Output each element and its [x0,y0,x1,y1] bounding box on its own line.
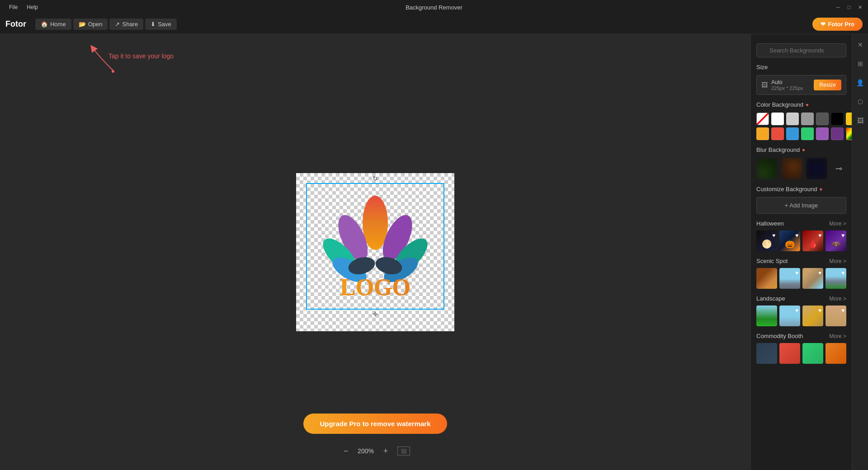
fav-icon-1: ♥ [772,232,775,239]
close-panel-icon[interactable]: ✕ [854,39,866,51]
fav-icon-s3: ♥ [818,270,821,276]
halloween-title: Halloween [756,220,784,227]
landscape-thumb-3[interactable]: ♥ [802,306,823,326]
size-header: Size [756,64,846,70]
color-swatch-transparent[interactable] [756,113,769,125]
size-box: 🖼 Auto 225px * 225px Resize [756,75,846,95]
color-swatch-white[interactable] [771,113,784,125]
commodity-more[interactable]: More > [829,333,846,339]
blur-thumb-3[interactable] [806,158,827,179]
zoom-in-button[interactable]: + [380,446,391,456]
person-icon[interactable]: 👤 [854,77,866,89]
customize-bg-header: Customize Background ♥ [756,186,846,193]
halloween-thumb-1[interactable]: 🌕 ♥ [756,230,777,251]
logo-svg: LOGO [310,187,441,309]
landscape-grid: ♥ ♥ ♥ [756,306,846,326]
color-swatch-gray[interactable] [801,113,814,125]
search-input[interactable] [756,43,846,57]
save-icon: ⬇ [151,21,156,28]
zoom-out-button[interactable]: − [340,446,351,456]
blur-grid: ⊸ [756,158,846,179]
scenic-more[interactable]: More > [829,258,846,264]
fav-icon-2: ♥ [795,232,798,239]
fav-icon-s4: ♥ [841,270,844,276]
fotor-pro-button[interactable]: ❤ Fotor Pro [812,18,863,31]
compare-button[interactable]: ⬛ [397,446,410,456]
color-bg-header: Color Background ♥ [756,101,846,108]
landscape-more[interactable]: More > [829,296,846,302]
canvas-container: LOGO ↻ ✛ [296,173,454,331]
window-title: Background Remover [406,4,462,11]
compare-icon: ⬛ [401,449,406,454]
scenic-thumb-4[interactable]: ♥ [826,268,846,289]
close-button[interactable]: ✕ [856,4,863,11]
share-button[interactable]: ↗ Share [109,19,143,30]
size-dims: 225px * 225px [771,85,803,91]
home-button[interactable]: 🏠 Home [35,19,71,30]
titlebar-menu-group: File Help [5,4,42,10]
main-layout: Tap it to save your logo [0,34,868,470]
color-bg-heart: ♥ [806,102,809,108]
zoom-level-display: 200% [358,447,374,455]
home-icon: 🏠 [41,21,48,28]
fav-icon-l2: ♥ [795,307,798,314]
open-button[interactable]: 📂 Open [73,19,108,30]
halloween-thumb-2[interactable]: 🎃 ♥ [779,230,800,251]
resize-button[interactable]: Resize [814,80,841,90]
annotation: Tap it to save your logo [95,48,174,60]
size-label: Size [756,64,768,70]
commodity-header: Commodity Booth More > [756,333,846,339]
maximize-button[interactable]: □ [845,4,853,11]
color-swatch-purple[interactable] [816,127,829,140]
scenic-thumb-2[interactable]: ♥ [779,268,800,289]
annotation-text: Tap it to save your logo [108,52,174,60]
color-swatch-black[interactable] [831,113,844,125]
color-swatch-orange[interactable] [756,127,769,140]
panel-content: 🔍 Size 🖼 Auto 225px * 225px Resize [751,39,868,375]
image-adjust-icon[interactable]: 🖼 [854,115,866,127]
customize-bg-heart: ♥ [819,187,822,192]
landscape-thumb-2[interactable]: ♥ [779,306,800,326]
minimize-button[interactable]: ─ [835,4,842,11]
blur-bg-label: Blur Background [756,146,800,153]
grid-icon[interactable]: ⊞ [854,58,866,70]
color-swatch-green[interactable] [801,127,814,140]
blur-thumb-2[interactable] [781,158,802,179]
scenic-thumb-1[interactable] [756,268,777,289]
color-swatch-blue[interactable] [786,127,799,140]
commodity-thumb-3[interactable] [802,343,823,364]
menu-help[interactable]: Help [22,4,42,10]
halloween-thumb-3[interactable]: 🩸 ♥ [802,230,823,251]
blur-slider-button[interactable]: ⊸ [831,160,846,178]
annotation-arrow-svg [86,43,122,80]
blur-thumb-1[interactable] [756,158,778,179]
scenic-thumb-3[interactable]: ♥ [802,268,823,289]
halloween-grid: 🌕 ♥ 🎃 ♥ 🩸 ♥ [756,230,846,251]
commodity-thumb-2[interactable] [779,343,800,364]
color-swatch-lightgray[interactable] [786,113,799,125]
halloween-more[interactable]: More > [829,221,846,227]
color-swatch-red[interactable] [771,127,784,140]
blur-bg-heart: ♥ [802,147,805,153]
shapes-icon[interactable]: ⬡ [854,96,866,108]
save-button[interactable]: ⬇ Save [145,19,177,30]
commodity-thumb-1[interactable] [756,343,777,364]
share-icon: ↗ [115,21,120,28]
color-swatch-darkgray[interactable] [816,113,829,125]
landscape-title: Landscape [756,295,785,302]
commodity-thumb-4[interactable] [826,343,846,364]
svg-text:LOGO: LOGO [340,274,410,300]
scenic-grid: ♥ ♥ ♥ [756,268,846,289]
halloween-thumb-4[interactable]: 🦇 ♥ [826,230,846,251]
landscape-thumb-4[interactable]: ♥ [826,306,846,326]
open-icon: 📂 [79,21,86,28]
fav-icon-l3: ♥ [818,307,821,314]
menu-file[interactable]: File [5,4,22,10]
upgrade-pro-button[interactable]: Upgrade Pro to remove watermark [303,414,447,434]
image-canvas[interactable]: LOGO ↻ ✛ [296,173,454,331]
landscape-thumb-1[interactable] [756,306,777,326]
add-image-button[interactable]: + Add Image [756,197,846,214]
size-info: 🖼 Auto 225px * 225px [761,79,803,91]
color-swatch-indigo[interactable] [831,127,844,140]
landscape-header: Landscape More > [756,295,846,302]
